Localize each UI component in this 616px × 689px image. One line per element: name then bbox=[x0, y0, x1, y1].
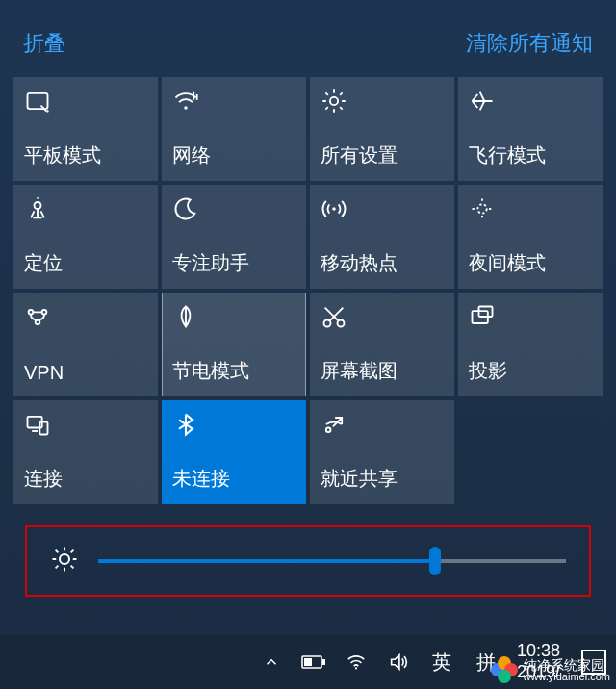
svg-rect-0 bbox=[28, 93, 48, 109]
tile-network[interactable]: 网络 bbox=[162, 77, 306, 181]
collapse-link[interactable]: 折叠 bbox=[23, 29, 65, 58]
tablet-icon bbox=[24, 88, 51, 115]
vpn-icon bbox=[24, 303, 51, 330]
brightness-slider-highlighted bbox=[25, 525, 591, 597]
svg-point-1 bbox=[46, 110, 48, 112]
airplane-icon bbox=[469, 88, 496, 115]
location-icon bbox=[24, 195, 51, 222]
tile-label: 移动热点 bbox=[321, 250, 444, 276]
tile-label: 投影 bbox=[469, 358, 592, 384]
svg-line-32 bbox=[71, 550, 74, 553]
tile-label: 连接 bbox=[24, 466, 147, 492]
tray-chevron-icon[interactable] bbox=[259, 650, 284, 675]
svg-point-13 bbox=[29, 310, 34, 315]
svg-line-30 bbox=[71, 566, 74, 569]
brightness-slider[interactable] bbox=[98, 559, 566, 563]
tile-location[interactable]: 定位 bbox=[13, 185, 158, 289]
tile-label: 未连接 bbox=[172, 466, 295, 492]
svg-line-29 bbox=[56, 550, 59, 553]
night-light-icon bbox=[469, 195, 496, 222]
svg-point-14 bbox=[42, 310, 47, 315]
tile-project[interactable]: 投影 bbox=[458, 293, 603, 396]
hotspot-icon bbox=[321, 195, 347, 222]
watermark-url: www.yidaimei.com bbox=[524, 672, 610, 682]
tile-bluetooth[interactable]: 未连接 bbox=[162, 400, 306, 504]
clear-all-link[interactable]: 清除所有通知 bbox=[466, 29, 593, 58]
svg-point-7 bbox=[332, 207, 336, 211]
tile-label: 定位 bbox=[24, 250, 147, 276]
tile-label: 平板模式 bbox=[24, 142, 147, 168]
tile-airplane[interactable]: 飞行模式 bbox=[458, 77, 603, 181]
volume-icon[interactable] bbox=[386, 650, 411, 675]
svg-point-24 bbox=[60, 554, 69, 564]
moon-icon bbox=[172, 195, 199, 222]
battery-icon[interactable] bbox=[301, 650, 326, 675]
tile-label: 专注助手 bbox=[172, 250, 295, 276]
tile-label: 夜间模式 bbox=[469, 250, 592, 276]
tile-night-light[interactable]: 夜间模式 bbox=[458, 185, 603, 289]
watermark-title: 纯净系统家园 bbox=[524, 658, 610, 672]
svg-point-8 bbox=[477, 204, 486, 213]
tile-connect[interactable]: 连接 bbox=[13, 400, 158, 504]
tile-tablet-mode[interactable]: 平板模式 bbox=[13, 77, 158, 181]
wifi-icon bbox=[172, 88, 199, 115]
tile-snip[interactable]: 屏幕截图 bbox=[310, 293, 454, 396]
tile-label: 就近共享 bbox=[321, 466, 444, 492]
tile-all-settings[interactable]: 所有设置 bbox=[310, 77, 454, 181]
svg-point-23 bbox=[326, 428, 331, 433]
tile-label: 网络 bbox=[172, 142, 295, 168]
svg-point-2 bbox=[184, 106, 188, 110]
svg-point-36 bbox=[355, 667, 357, 669]
svg-point-5 bbox=[330, 97, 338, 105]
tile-label: 屏幕截图 bbox=[321, 358, 444, 384]
watermark-logo-icon bbox=[491, 656, 518, 683]
tile-label: VPN bbox=[24, 362, 147, 384]
svg-rect-35 bbox=[304, 658, 312, 666]
tile-hotspot[interactable]: 移动热点 bbox=[310, 185, 454, 289]
share-icon bbox=[321, 411, 347, 438]
tile-focus-assist[interactable]: 专注助手 bbox=[162, 185, 306, 289]
brightness-icon bbox=[50, 545, 79, 577]
brightness-fill bbox=[98, 559, 435, 563]
leaf-icon bbox=[172, 303, 199, 330]
svg-line-31 bbox=[56, 566, 59, 569]
tile-near-share[interactable]: 就近共享 bbox=[310, 400, 454, 504]
tile-label: 所有设置 bbox=[321, 142, 444, 168]
tile-battery-saver[interactable]: 节电模式 bbox=[162, 293, 306, 396]
snip-icon bbox=[321, 303, 347, 330]
tile-label: 节电模式 bbox=[172, 358, 295, 384]
svg-point-6 bbox=[35, 202, 41, 209]
brightness-thumb[interactable] bbox=[429, 547, 441, 575]
tile-label: 飞行模式 bbox=[469, 142, 592, 168]
ime-lang[interactable]: 英 bbox=[428, 650, 455, 676]
connect-icon bbox=[24, 411, 51, 438]
svg-rect-34 bbox=[322, 659, 325, 665]
wifi-tray-icon[interactable] bbox=[344, 650, 369, 675]
tile-vpn[interactable]: VPN bbox=[13, 293, 158, 396]
watermark: 纯净系统家园 www.yidaimei.com bbox=[491, 656, 610, 683]
bluetooth-icon bbox=[172, 411, 199, 438]
project-icon bbox=[469, 303, 496, 330]
gear-icon bbox=[321, 88, 347, 115]
